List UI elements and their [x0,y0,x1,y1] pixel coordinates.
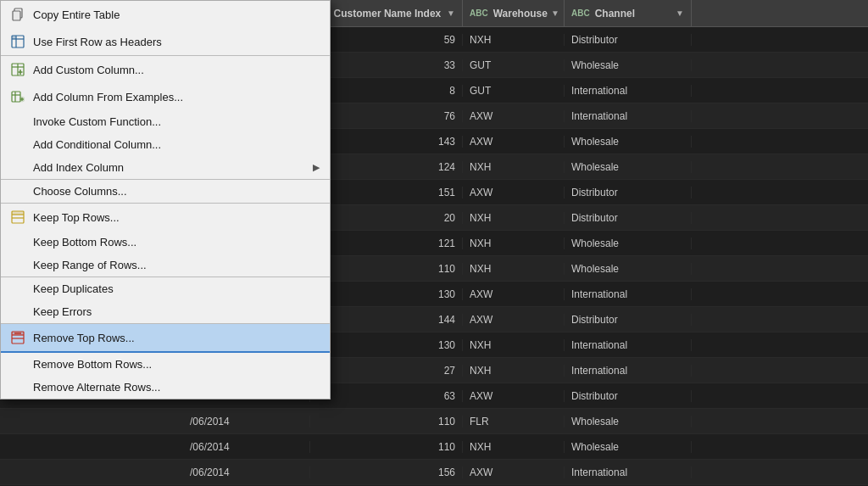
menu-item-invoke-custom-fn[interactable]: Invoke Custom Function... [1,110,330,133]
row-cell-index: 27 [310,365,463,377]
row-cell-index: 130 [310,288,463,300]
col-dropdown-channel[interactable]: ▼ [676,8,684,18]
menu-item-add-custom-col[interactable]: Add Custom Column... [1,55,330,83]
menu-item-label: Remove Bottom Rows... [33,358,320,371]
menu-item-label: Remove Alternate Rows... [33,381,320,394]
row-cell-index: 110 [310,263,463,275]
row-cell-index: 110 [310,441,463,453]
col-header-channel[interactable]: ABC Channel ▼ [565,0,692,26]
row-cell-warehouse: GUT [463,85,565,97]
table-icon [9,33,26,50]
row-cell-warehouse: NXH [463,263,565,275]
table-row: /06/2014 156 AXW International [0,460,868,485]
row-cell-order-date: /06/2014 [183,466,310,478]
menu-item-choose-columns[interactable]: Choose Columns... [1,179,330,203]
row-cell-order-date: /06/2014 [183,416,310,427]
menu-item-label: Choose Columns... [33,185,320,198]
col-header-customer-name-index[interactable]: 1₂₃ Customer Name Index ▼ [310,0,463,26]
menu-item-add-index-col[interactable]: Add Index Column ▶ [1,156,330,179]
col-dropdown-warehouse[interactable]: ▼ [551,8,559,18]
col-header-warehouse[interactable]: ABC Warehouse ▼ [463,0,565,26]
col-dropdown-customer-name-index[interactable]: ▼ [447,8,455,18]
menu-item-first-row-headers[interactable]: Use First Row as Headers [1,28,330,55]
add-col-icon [9,88,26,105]
menu-item-label: Add Column From Examples... [33,91,320,103]
menu-item-remove-alternate-rows[interactable]: Remove Alternate Rows... [1,376,330,399]
svg-rect-11 [12,92,20,102]
row-cell-index: 8 [310,85,463,97]
menu-item-keep-duplicates[interactable]: Keep Duplicates [1,277,330,300]
row-cell-index: 33 [310,59,463,71]
row-cell-channel: Wholesale [565,263,692,275]
menu-item-add-conditional-col[interactable]: Add Conditional Column... [1,133,330,156]
copy-icon [9,6,26,23]
row-cell-channel: International [565,85,692,97]
row-cell-index: 130 [310,339,463,351]
row-cell-channel: Wholesale [565,59,692,71]
context-menu: Copy Entire Table Use First Row as Heade… [0,0,331,399]
row-cell-channel: Distributor [565,34,692,46]
row-cell-warehouse: FLR [463,416,565,427]
row-cell-warehouse: AXW [463,390,565,402]
row-cell-channel: International [565,365,692,377]
row-cell-warehouse: AXW [463,314,565,326]
row-cell-index: 151 [310,187,463,198]
row-cell-index: 76 [310,110,463,122]
custom-col-icon [9,61,26,78]
menu-item-keep-errors[interactable]: Keep Errors [1,300,330,323]
row-cell-index: 59 [310,34,463,46]
row-cell-channel: Wholesale [565,416,692,427]
row-cell-warehouse: GUT [463,59,565,71]
row-cell-index: 63 [310,390,463,402]
row-cell-order-date: /06/2014 [183,441,310,453]
menu-item-label: Copy Entire Table [33,8,320,21]
row-cell-channel: Distributor [565,212,692,224]
row-cell-warehouse: NXH [463,237,565,249]
table-row: /06/2014 110 NXH Wholesale [0,434,868,460]
col-label-warehouse: Warehouse [493,8,548,20]
menu-item-remove-top-rows[interactable]: Remove Top Rows... [1,323,330,353]
menu-item-label: Invoke Custom Function... [33,115,320,128]
keep-icon [9,209,26,226]
col-label-channel: Channel [595,8,635,20]
row-cell-channel: Wholesale [565,441,692,453]
row-cell-warehouse: AXW [463,288,565,300]
row-cell-warehouse: AXW [463,136,565,148]
row-cell-channel: Wholesale [565,161,692,173]
row-cell-channel: Wholesale [565,136,692,148]
row-cell-channel: Wholesale [565,237,692,249]
menu-item-keep-range-rows[interactable]: Keep Range of Rows... [1,254,330,277]
row-cell-index: 156 [310,466,463,478]
row-cell-index: 124 [310,161,463,173]
row-cell-warehouse: NXH [463,161,565,173]
menu-item-label: Keep Duplicates [33,282,320,295]
menu-item-label: Keep Bottom Rows... [33,236,320,249]
menu-item-copy-table[interactable]: Copy Entire Table [1,1,330,28]
menu-item-label: Keep Range of Rows... [33,259,320,271]
submenu-arrow-icon: ▶ [313,162,320,173]
row-cell-channel: International [565,288,692,300]
menu-item-label: Use First Row as Headers [33,36,320,48]
row-cell-warehouse: AXW [463,110,565,122]
svg-rect-20 [12,211,24,215]
menu-item-keep-top-rows[interactable]: Keep Top Rows... [1,203,330,231]
menu-item-label: Add Custom Column... [33,64,320,76]
menu-item-add-col-examples[interactable]: Add Column From Examples... [1,83,330,110]
row-cell-index: 121 [310,237,463,249]
remove-icon [9,329,26,346]
row-cell-warehouse: NXH [463,212,565,224]
row-cell-warehouse: NXH [463,365,565,377]
menu-item-keep-bottom-rows[interactable]: Keep Bottom Rows... [1,231,330,254]
row-cell-warehouse: AXW [463,187,565,198]
menu-item-label: Keep Top Rows... [33,211,320,224]
table-row: /06/2014 110 FLR Wholesale [0,409,868,434]
menu-item-label: Add Conditional Column... [33,138,320,151]
menu-item-remove-bottom-rows[interactable]: Remove Bottom Rows... [1,353,330,376]
row-cell-channel: International [565,339,692,351]
row-cell-warehouse: NXH [463,441,565,453]
row-cell-channel: Distributor [565,187,692,198]
row-cell-warehouse: NXH [463,339,565,351]
row-cell-index: 20 [310,212,463,224]
row-cell-index: 143 [310,136,463,148]
svg-rect-1 [13,11,20,20]
